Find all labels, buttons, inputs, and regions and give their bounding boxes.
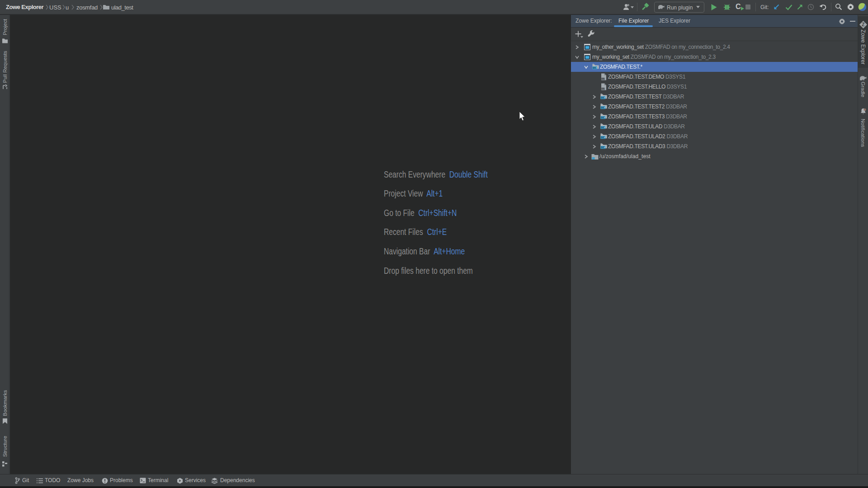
svg-text:DS: DS xyxy=(602,78,604,80)
svg-text:DS: DS xyxy=(602,88,604,90)
svg-text:Z: Z xyxy=(862,22,864,27)
